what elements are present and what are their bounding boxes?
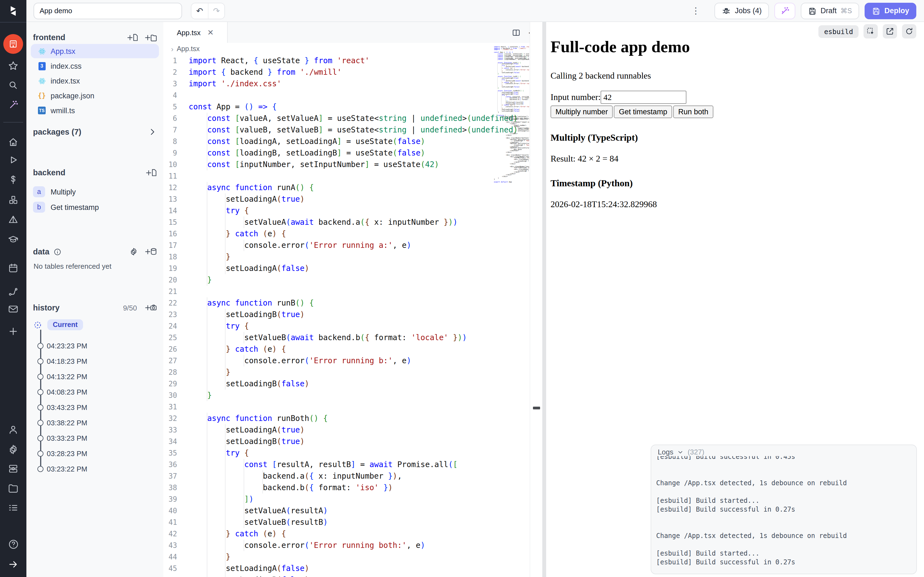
editor-minimap[interactable]: import React, { useState } from 'react'i… — [494, 46, 529, 192]
settings-gear-icon[interactable] — [6, 443, 20, 456]
code-editor[interactable]: 1import React, { useState } from 'react'… — [163, 55, 530, 577]
breadcrumb[interactable]: › App.tsx — [163, 43, 542, 55]
open-external-icon[interactable] — [883, 24, 897, 39]
log-line: [esbuild] Build successful in 0.27s — [656, 505, 912, 514]
collapse-arrow-icon[interactable] — [6, 558, 20, 571]
code-line-21: 21 — [163, 286, 530, 297]
history-entry[interactable]: 04:18:23 PM — [26, 356, 163, 366]
user-icon[interactable] — [6, 423, 20, 436]
add-snapshot-camera-button[interactable] — [145, 303, 157, 312]
history-entry[interactable]: 03:23:22 PM — [26, 464, 163, 474]
data-section-header: data — [33, 245, 157, 258]
deploy-button[interactable]: Deploy — [864, 2, 916, 19]
history-entry[interactable]: 03:38:22 PM — [26, 417, 163, 427]
packages-expand-chevron-icon[interactable] — [148, 127, 157, 136]
code-line-7: 7 const [valueB, setValueB] = useState<s… — [163, 124, 530, 136]
logs-dropdown[interactable]: Logs (327) — [658, 448, 704, 456]
history-entry[interactable]: 04:23:23 PM — [26, 341, 163, 351]
runnable-label: Multiply — [51, 188, 76, 196]
logs-scroll-area[interactable]: [esbuild] Build successful in 0.45s Chan… — [656, 456, 912, 571]
variables-dollar-icon[interactable] — [6, 173, 20, 186]
more-menu-kebab-icon[interactable]: ⋮ — [691, 5, 700, 16]
code-line-10: 10 const [inputNumber, setInputNumber] =… — [163, 159, 530, 170]
multiply-number-button[interactable]: Multiply number — [551, 105, 613, 118]
redo-button[interactable]: ↷ — [208, 3, 225, 18]
favorites-star-icon[interactable] — [6, 60, 20, 73]
search-icon[interactable] — [6, 79, 20, 92]
esbuild-badge[interactable]: esbuild — [819, 25, 859, 38]
history-current-row[interactable]: Current — [33, 319, 83, 331]
windmill-logo-icon[interactable] — [6, 5, 20, 18]
data-settings-gear-icon[interactable] — [129, 247, 138, 256]
history-timestamp: 03:33:23 PM — [47, 434, 87, 442]
splitter-drag-handle[interactable] — [533, 407, 540, 409]
code-line-32: 32 async function runBoth() { — [163, 413, 530, 424]
add-plus-icon[interactable] — [6, 325, 20, 338]
tab-close-icon[interactable]: ✕ — [207, 28, 214, 37]
ai-assistant-button[interactable] — [774, 2, 795, 19]
get-timestamp-button[interactable]: Get timestamp — [614, 105, 672, 118]
run-both-button[interactable]: Run both — [673, 105, 713, 118]
history-entry[interactable]: 03:28:23 PM — [26, 448, 163, 458]
file-item-app-tsx[interactable]: App.tsx — [31, 44, 159, 58]
react-file-icon — [37, 76, 46, 85]
draft-button[interactable]: Draft ⌘S — [801, 2, 859, 19]
audit-list-icon[interactable] — [6, 501, 20, 514]
folders-icon[interactable] — [6, 482, 20, 495]
input-number-label: Input number: — [551, 92, 601, 102]
mail-icon[interactable] — [6, 302, 20, 316]
jobs-button[interactable]: Jobs (4) — [714, 2, 769, 19]
tab-app-tsx[interactable]: App.tsx ✕ — [163, 22, 228, 43]
panel-divider[interactable] — [542, 22, 546, 577]
history-count: 9/50 — [123, 304, 137, 312]
info-icon[interactable] — [53, 248, 61, 256]
history-entry[interactable]: 04:13:22 PM — [26, 371, 163, 381]
file-item-index-tsx[interactable]: index.tsx — [31, 74, 159, 88]
history-entry[interactable]: 03:33:23 PM — [26, 433, 163, 443]
runnable-multiply[interactable]: aMultiply — [33, 185, 159, 198]
add-folder-button[interactable] — [145, 33, 157, 42]
home-icon[interactable] — [6, 136, 20, 149]
schedules-prism-icon[interactable] — [6, 213, 20, 226]
split-view-icon[interactable] — [512, 28, 521, 37]
file-item-package-json[interactable]: {}package.json — [31, 89, 159, 103]
history-timestamp: 03:28:23 PM — [47, 449, 87, 458]
inspect-select-icon[interactable] — [864, 24, 878, 39]
refresh-icon[interactable] — [902, 24, 916, 39]
jobs-label: Jobs (4) — [735, 6, 762, 15]
editor-scrollbar[interactable] — [530, 22, 542, 577]
help-icon[interactable] — [6, 537, 20, 551]
history-section-header: history 9/50 — [33, 301, 157, 314]
add-table-button[interactable] — [145, 247, 157, 256]
current-badge[interactable]: Current — [47, 319, 83, 330]
file-name: index.css — [51, 62, 82, 70]
code-line-17: 17 console.error('Error running a:', e) — [163, 240, 530, 251]
undo-button[interactable]: ↶ — [191, 3, 208, 18]
rail-divider — [3, 122, 23, 122]
frontend-title: frontend — [33, 33, 65, 42]
calendar-icon[interactable] — [6, 261, 20, 275]
code-line-13: 13 setLoadingA(true) — [163, 193, 530, 205]
file-item-wmill-ts[interactable]: TSwmill.ts — [31, 103, 159, 118]
add-runnable-button[interactable] — [146, 168, 157, 177]
add-file-button[interactable] — [127, 33, 138, 42]
resources-boxes-icon[interactable] — [6, 193, 20, 206]
history-timestamp: 04:08:23 PM — [47, 388, 87, 396]
flows-route-icon[interactable] — [6, 285, 20, 298]
history-entry[interactable]: 04:08:23 PM — [26, 387, 163, 397]
history-entry[interactable]: 03:43:23 PM — [26, 402, 163, 412]
input-number-field[interactable] — [601, 91, 687, 104]
app-name-input[interactable] — [34, 2, 182, 19]
file-item-index-css[interactable]: 3index.css — [31, 59, 159, 73]
file-name: wmill.ts — [51, 106, 75, 114]
workers-icon[interactable] — [6, 462, 20, 475]
runnable-get-timestamp[interactable]: bGet timestamp — [33, 201, 159, 214]
runs-play-icon[interactable] — [6, 153, 20, 166]
apps-active-icon[interactable] — [3, 34, 23, 54]
academy-cap-icon[interactable] — [6, 233, 20, 246]
file-name: package.json — [51, 92, 94, 100]
editor-tabbar: App.tsx ✕ ⋯ — [163, 22, 542, 44]
packages-section-header[interactable]: packages (7) — [33, 125, 157, 139]
timeline-dot-icon — [37, 450, 44, 456]
ai-wand-icon[interactable] — [6, 98, 20, 111]
